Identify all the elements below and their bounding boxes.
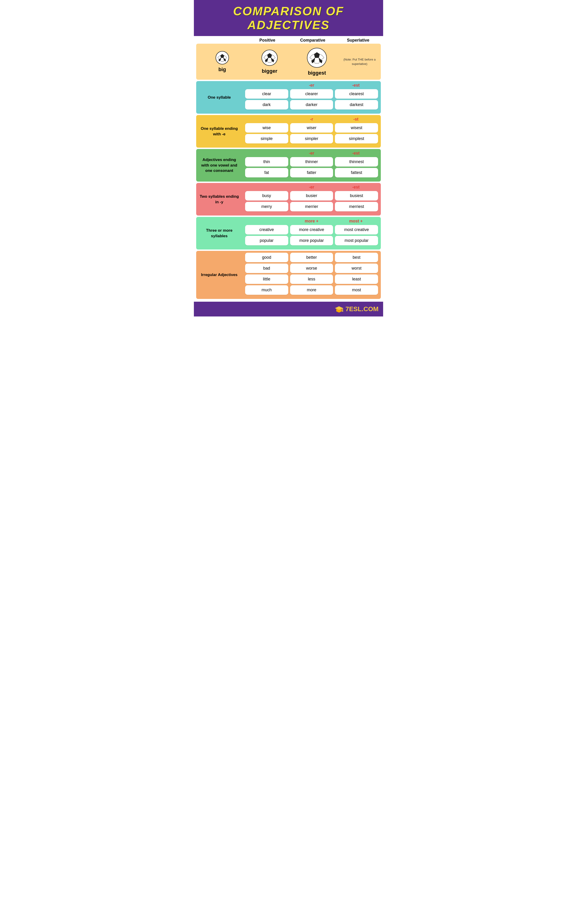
word-superlative-irregular-3: most bbox=[335, 285, 378, 295]
word-comparative-irregular-3: more bbox=[290, 285, 333, 295]
intro-positive: big bbox=[198, 51, 246, 73]
word-superlative-three-syllables-0: most creative bbox=[335, 225, 378, 234]
word-comparative-three-syllables-1: more popular bbox=[290, 236, 333, 246]
page-header: COMPARISON OF ADJECTIVES bbox=[194, 0, 383, 36]
intro-positive-word: big bbox=[218, 66, 226, 73]
suffix-comparative-one-syllable-e: -r bbox=[289, 117, 334, 122]
footer-logo: 7ESL.COM bbox=[345, 305, 379, 313]
section-label-two-syllables-y: Two syllables ending in -y bbox=[196, 183, 242, 215]
col-header-comparative: Comparative bbox=[290, 38, 335, 43]
section-label-one-syllable-e: One syllable ending with -e bbox=[196, 115, 242, 148]
football-large-icon bbox=[306, 47, 327, 68]
suffix-comparative-one-syllable: -er bbox=[289, 83, 334, 88]
word-positive-three-syllables-0: creative bbox=[245, 225, 288, 234]
suffix-superlative-vowel-consonant: -est bbox=[334, 151, 378, 156]
intro-comparative-word: bigger bbox=[262, 68, 277, 74]
svg-marker-21 bbox=[335, 306, 343, 310]
column-headers: Positive Comparative Superlative bbox=[194, 36, 383, 44]
footer-logo-text: 7ESL.COM bbox=[345, 305, 379, 313]
word-superlative-one-syllable-0: clearest bbox=[335, 89, 378, 99]
words-row-three-syllables-1: popularmore popularmost popular bbox=[245, 236, 378, 246]
football-medium-icon bbox=[261, 49, 278, 66]
word-comparative-three-syllables-0: more creative bbox=[290, 225, 333, 234]
words-row-vowel-consonant-0: thinthinnerthinnest bbox=[245, 157, 378, 166]
word-positive-two-syllables-y-1: merry bbox=[245, 202, 288, 212]
football-small-icon bbox=[215, 51, 229, 65]
section-vowel-consonant: Adjectives ending with one vowel and one… bbox=[196, 149, 381, 182]
words-row-irregular-3: muchmoremost bbox=[245, 285, 378, 295]
word-positive-two-syllables-y-0: busy bbox=[245, 191, 288, 200]
word-positive-one-syllable-e-0: wise bbox=[245, 123, 288, 132]
section-content-three-syllables: more +most +creativemore creativemost cr… bbox=[242, 217, 381, 249]
word-comparative-one-syllable-0: clearer bbox=[290, 89, 333, 99]
word-comparative-one-syllable-1: darker bbox=[290, 100, 333, 110]
word-superlative-one-syllable-1: darkest bbox=[335, 100, 378, 110]
word-comparative-two-syllables-y-0: busier bbox=[290, 191, 333, 200]
word-comparative-irregular-2: less bbox=[290, 275, 333, 284]
words-row-one-syllable-e-1: simplesimplersimplest bbox=[245, 134, 378, 144]
footer: 7ESL.COM bbox=[194, 302, 383, 317]
suffix-row-two-syllables-y: -er-est bbox=[245, 185, 378, 190]
intro-comparative: bigger bbox=[246, 49, 293, 74]
word-comparative-vowel-consonant-1: fatter bbox=[290, 168, 333, 178]
word-positive-one-syllable-0: clear bbox=[245, 89, 288, 99]
svg-marker-13 bbox=[267, 58, 272, 62]
suffix-superlative-two-syllables-y: -est bbox=[334, 185, 378, 190]
word-positive-one-syllable-e-1: simple bbox=[245, 134, 288, 144]
word-superlative-one-syllable-e-0: wisest bbox=[335, 123, 378, 132]
word-superlative-vowel-consonant-1: fattest bbox=[335, 168, 378, 178]
page-title: COMPARISON OF ADJECTIVES bbox=[196, 4, 381, 32]
section-label-irregular: Irregular Adjectives bbox=[196, 251, 242, 299]
col-header-positive: Positive bbox=[245, 38, 290, 43]
word-superlative-vowel-consonant-0: thinnest bbox=[335, 157, 378, 166]
intro-superlative-word: biggest bbox=[308, 70, 326, 76]
suffix-row-one-syllable-e: -r-st bbox=[245, 117, 378, 122]
section-content-one-syllable: -er-estclearclearerclearestdarkdarkerdar… bbox=[242, 81, 381, 114]
section-content-two-syllables-y: -er-estbusybusierbusiestmerrymerriermerr… bbox=[242, 183, 381, 215]
section-two-syllables-y: Two syllables ending in -y-er-estbusybus… bbox=[196, 183, 381, 215]
words-row-one-syllable-e-0: wisewiserwisest bbox=[245, 123, 378, 132]
svg-point-24 bbox=[342, 311, 343, 312]
word-comparative-one-syllable-e-1: simpler bbox=[290, 134, 333, 144]
word-positive-irregular-0: good bbox=[245, 253, 288, 262]
words-row-vowel-consonant-1: fatfatterfattest bbox=[245, 168, 378, 178]
intro-superlative: biggest bbox=[293, 47, 341, 76]
section-label-one-syllable: One syllable bbox=[196, 81, 242, 114]
suffix-comparative-two-syllables-y: -er bbox=[289, 185, 334, 190]
word-superlative-irregular-1: worst bbox=[335, 263, 378, 273]
words-row-two-syllables-y-0: busybusierbusiest bbox=[245, 191, 378, 200]
col-header-superlative: Superlative bbox=[335, 38, 381, 43]
words-row-one-syllable-1: darkdarkerdarkest bbox=[245, 100, 378, 110]
word-positive-vowel-consonant-0: thin bbox=[245, 157, 288, 166]
word-positive-vowel-consonant-1: fat bbox=[245, 168, 288, 178]
section-label-vowel-consonant: Adjectives ending with one vowel and one… bbox=[196, 149, 242, 182]
word-positive-one-syllable-1: dark bbox=[245, 100, 288, 110]
graduation-hat-icon bbox=[335, 305, 343, 313]
word-comparative-irregular-1: worse bbox=[290, 263, 333, 273]
word-positive-irregular-3: much bbox=[245, 285, 288, 295]
suffix-superlative-one-syllable-e: -st bbox=[334, 117, 378, 122]
words-row-two-syllables-y-1: merrymerriermerriest bbox=[245, 202, 378, 212]
section-irregular: Irregular Adjectivesgoodbetterbestbadwor… bbox=[196, 251, 381, 299]
sections-container: One syllable-er-estclearclearerclearestd… bbox=[194, 81, 383, 302]
word-positive-irregular-2: little bbox=[245, 275, 288, 284]
suffix-row-vowel-consonant: -er-est bbox=[245, 151, 378, 156]
section-one-syllable: One syllable-er-estclearclearerclearestd… bbox=[196, 81, 381, 114]
section-content-one-syllable-e: -r-stwisewiserwisestsimplesimplersimples… bbox=[242, 115, 381, 148]
suffix-comparative-vowel-consonant: -er bbox=[289, 151, 334, 156]
section-label-three-syllables: Three or more syllables bbox=[196, 217, 242, 249]
word-positive-irregular-1: bad bbox=[245, 263, 288, 273]
section-three-syllables: Three or more syllablesmore +most +creat… bbox=[196, 217, 381, 249]
suffix-superlative-one-syllable: -est bbox=[334, 83, 378, 88]
word-superlative-two-syllables-y-1: merriest bbox=[335, 202, 378, 212]
word-positive-three-syllables-1: popular bbox=[245, 236, 288, 246]
word-superlative-irregular-2: least bbox=[335, 275, 378, 284]
suffix-row-three-syllables: more +most + bbox=[245, 219, 378, 224]
words-row-irregular-1: badworseworst bbox=[245, 263, 378, 273]
intro-note: (Note: Put THE before a superlative) bbox=[341, 57, 379, 66]
section-content-irregular: goodbetterbestbadworseworstlittlelesslea… bbox=[242, 251, 381, 299]
word-comparative-vowel-consonant-0: thinner bbox=[290, 157, 333, 166]
svg-marker-6 bbox=[221, 58, 224, 61]
words-row-three-syllables-0: creativemore creativemost creative bbox=[245, 225, 378, 234]
section-one-syllable-e: One syllable ending with -e-r-stwisewise… bbox=[196, 115, 381, 148]
